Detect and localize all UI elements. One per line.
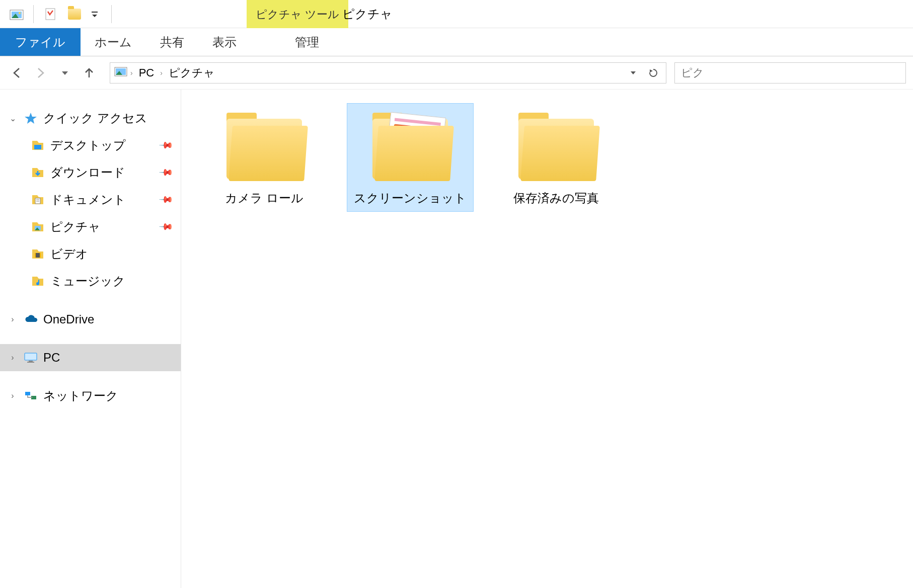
tree-pictures[interactable]: ピクチャ 📌: [0, 213, 181, 240]
svg-rect-25: [27, 362, 34, 363]
breadcrumb-pictures[interactable]: ピクチャ: [166, 65, 218, 80]
tree-label: OneDrive: [43, 312, 94, 326]
tree-documents[interactable]: ドキュメント 📌: [0, 186, 181, 213]
contextual-tab-label: ピクチャ ツール: [247, 0, 348, 28]
svg-marker-12: [650, 69, 653, 72]
quick-access-toolbar: [0, 0, 121, 28]
chevron-down-icon[interactable]: ⌄: [7, 114, 18, 123]
svg-rect-21: [35, 253, 36, 258]
tree-onedrive[interactable]: › OneDrive: [0, 306, 181, 333]
ribbon-tabs: ファイル ホーム 共有 表示 管理: [0, 28, 913, 56]
properties-icon[interactable]: [43, 7, 58, 22]
svg-rect-14: [34, 145, 41, 149]
separator: [33, 5, 34, 23]
tab-home[interactable]: ホーム: [81, 28, 146, 56]
tree-network[interactable]: › ネットワーク: [0, 382, 181, 409]
folder-saved-pictures[interactable]: 保存済みの写真: [493, 104, 619, 211]
tree-label: デスクトップ: [50, 137, 126, 153]
navigation-pane: ⌄ クイック アクセス デスクトップ 📌 ダウンロード 📌 ドキュメント: [0, 90, 181, 588]
pin-icon: 📌: [158, 137, 174, 153]
onedrive-icon: [23, 312, 38, 327]
pc-icon: [23, 350, 38, 365]
tab-manage[interactable]: 管理: [281, 28, 333, 56]
downloads-icon: [30, 165, 45, 180]
main-area: ⌄ クイック アクセス デスクトップ 📌 ダウンロード 📌 ドキュメント: [0, 90, 913, 588]
tab-view[interactable]: 表示: [198, 28, 251, 56]
tree-label: ピクチャ: [50, 219, 101, 235]
svg-rect-5: [92, 12, 98, 13]
separator: [111, 5, 112, 23]
pictures-library-icon[interactable]: [9, 7, 24, 22]
breadcrumb-sep-icon[interactable]: ›: [160, 69, 163, 77]
refresh-button[interactable]: [645, 64, 662, 81]
pictures-icon: [30, 219, 45, 234]
new-folder-icon[interactable]: [67, 7, 82, 22]
folder-camera-roll[interactable]: カメラ ロール: [201, 104, 327, 211]
pin-icon: 📌: [158, 164, 174, 180]
folder-label: スクリーンショット: [354, 190, 467, 206]
chevron-right-icon[interactable]: ›: [7, 353, 18, 362]
tree-quick-access[interactable]: ⌄ クイック アクセス: [0, 105, 181, 132]
breadcrumb-sep-icon[interactable]: ›: [130, 69, 133, 77]
folder-label: カメラ ロール: [225, 190, 303, 206]
recent-locations-dropdown[interactable]: [55, 63, 74, 82]
chevron-right-icon[interactable]: ›: [7, 391, 18, 400]
tree-label: PC: [43, 351, 60, 365]
address-dropdown-icon[interactable]: [625, 64, 642, 81]
forward-button[interactable]: [31, 63, 50, 82]
breadcrumb-pc[interactable]: PC: [136, 66, 158, 79]
svg-rect-26: [25, 392, 30, 395]
pin-icon: 📌: [158, 192, 174, 207]
folder-icon: [221, 109, 307, 184]
folder-icon: [513, 109, 599, 184]
svg-marker-6: [92, 15, 97, 17]
folder-screenshots[interactable]: スクリーンショット: [347, 104, 473, 211]
tab-share[interactable]: 共有: [146, 28, 198, 56]
svg-rect-22: [40, 253, 41, 258]
network-icon: [23, 388, 38, 403]
folder-icon: [367, 109, 453, 184]
tree-label: ダウンロード: [50, 164, 125, 181]
desktop-icon: [30, 138, 45, 153]
back-button[interactable]: [7, 63, 26, 82]
tree-label: ネットワーク: [43, 388, 118, 404]
svg-rect-24: [29, 361, 33, 362]
tree-pc[interactable]: › PC: [0, 344, 181, 371]
quick-access-icon: [23, 111, 38, 126]
tab-file[interactable]: ファイル: [0, 28, 81, 56]
navigation-bar: › PC › ピクチャ ピク: [0, 56, 913, 90]
tree-videos[interactable]: ビデオ: [0, 240, 181, 268]
tree-desktop[interactable]: デスクトップ 📌: [0, 132, 181, 159]
content-pane[interactable]: カメラ ロール スクリーンショット: [181, 90, 913, 588]
tree-downloads[interactable]: ダウンロード 📌: [0, 159, 181, 186]
tree-label: ドキュメント: [50, 192, 126, 208]
pin-icon: 📌: [158, 219, 174, 234]
search-placeholder: ピク: [681, 65, 704, 80]
search-box[interactable]: ピク: [674, 62, 906, 83]
chevron-right-icon[interactable]: ›: [7, 315, 18, 324]
location-icon: [114, 66, 127, 79]
svg-marker-11: [631, 71, 636, 74]
svg-rect-23: [25, 353, 37, 360]
tree-label: ビデオ: [50, 246, 88, 262]
up-button[interactable]: [80, 63, 99, 82]
tree-label: ミュージック: [50, 273, 125, 289]
folder-label: 保存済みの写真: [513, 190, 599, 206]
qat-customize-dropdown[interactable]: [87, 7, 102, 22]
tree-label: クイック アクセス: [43, 110, 147, 126]
music-icon: [30, 274, 45, 289]
window-title: ピクチャ: [342, 6, 393, 22]
address-bar[interactable]: › PC › ピクチャ: [110, 62, 666, 83]
documents-icon: [30, 192, 45, 207]
svg-marker-7: [62, 71, 68, 75]
svg-point-3: [19, 12, 21, 14]
title-bar: ピクチャ ツール ピクチャ: [0, 0, 913, 28]
tree-music[interactable]: ミュージック: [0, 268, 181, 295]
svg-marker-13: [25, 113, 37, 124]
videos-icon: [30, 246, 45, 262]
